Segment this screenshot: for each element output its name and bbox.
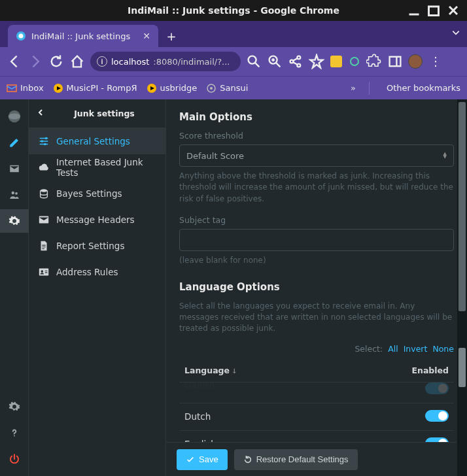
- settings-item-address-rules[interactable]: Address Rules: [29, 259, 165, 285]
- extension-1-icon[interactable]: [330, 55, 343, 68]
- chrome-menu-button[interactable]: ⋮: [428, 54, 443, 69]
- settings-title: Junk settings: [51, 109, 158, 118]
- url-bar[interactable]: i localhost:8080/indimail/?...: [90, 52, 241, 71]
- select-arrows-icon: ▲▼: [443, 152, 447, 159]
- settings-item-general[interactable]: General Settings: [29, 128, 165, 154]
- rail-contacts-button[interactable]: [0, 183, 29, 207]
- settings-item-report[interactable]: Report Settings: [29, 233, 165, 259]
- other-bookmarks-button[interactable]: Other bookmarks: [383, 83, 460, 93]
- language-name-cell: Dutch: [179, 403, 336, 430]
- rail-app-logo[interactable]: [0, 105, 29, 128]
- bookmark-icon: [53, 83, 63, 94]
- app-page: Junk settings General Settings Internet …: [0, 99, 467, 476]
- site-info-icon[interactable]: i: [97, 56, 107, 67]
- scrollbar-track[interactable]: [457, 99, 467, 476]
- language-toggle[interactable]: [425, 410, 449, 422]
- reload-button[interactable]: [48, 54, 64, 69]
- database-icon: [38, 188, 50, 199]
- rail-preferences-button[interactable]: [0, 395, 29, 418]
- search-engine-button[interactable]: [246, 54, 262, 69]
- bookmarks-overflow-button[interactable]: »: [351, 83, 356, 93]
- url-host: localhost: [111, 57, 149, 67]
- divider: [369, 82, 370, 95]
- subject-tag-input[interactable]: [179, 229, 454, 251]
- profile-avatar[interactable]: [408, 54, 423, 69]
- svg-rect-17: [7, 85, 16, 92]
- bookmark-inbox[interactable]: Inbox: [7, 83, 44, 94]
- settings-sidebar: Junk settings General Settings Internet …: [29, 99, 166, 476]
- browser-tab[interactable]: IndiMail :: Junk settings ✕: [8, 25, 158, 47]
- scrollbar-thumb[interactable]: [458, 102, 466, 311]
- new-tab-button[interactable]: +: [162, 27, 181, 45]
- select-invert-link[interactable]: Invert: [404, 344, 428, 354]
- tab-close-button[interactable]: ✕: [143, 31, 150, 41]
- window-title: IndiMail :: Junk settings - Google Chrom…: [0, 5, 467, 16]
- language-toggle[interactable]: [425, 382, 449, 394]
- rail-help-button[interactable]: [0, 421, 29, 445]
- subject-tag-help: (leave blank for none): [179, 255, 454, 266]
- window-minimize-button[interactable]: [408, 5, 420, 16]
- rail-settings-button[interactable]: [0, 209, 29, 233]
- svg-rect-34: [39, 269, 48, 276]
- bookmark-icon: [7, 83, 17, 94]
- bookmark-sansui[interactable]: Sansui: [206, 83, 248, 94]
- svg-point-10: [290, 60, 294, 63]
- sliders-icon: [38, 135, 50, 147]
- extensions-button[interactable]: [366, 54, 382, 69]
- envelope-icon: [38, 214, 50, 226]
- bookmark-icon: [147, 83, 157, 94]
- select-none-link[interactable]: None: [432, 344, 454, 354]
- svg-point-30: [41, 140, 44, 143]
- home-button[interactable]: [69, 54, 85, 69]
- app-rail: [0, 99, 29, 476]
- settings-item-bayes[interactable]: Bayes Settings: [29, 180, 165, 207]
- sort-indicator-icon: ↓: [232, 367, 237, 375]
- rail-logout-button[interactable]: [0, 447, 29, 471]
- bookmark-star-button[interactable]: [309, 54, 324, 69]
- select-all-link[interactable]: All: [388, 344, 398, 354]
- side-panel-button[interactable]: [387, 54, 403, 69]
- tabs-dropdown-button[interactable]: [451, 27, 460, 40]
- bookmark-musicpi[interactable]: MusicPI - RompЯ: [53, 83, 137, 94]
- svg-point-11: [297, 56, 300, 60]
- settings-back-button[interactable]: [37, 109, 44, 118]
- rail-compose-button[interactable]: [0, 131, 29, 154]
- settings-item-internet-tests[interactable]: Internet Based Junk Tests: [29, 154, 165, 180]
- svg-point-29: [45, 137, 48, 140]
- score-threshold-select[interactable]: Default Score ▲▼: [179, 144, 454, 167]
- language-select-controls: Select: All Invert None: [179, 344, 454, 354]
- zoom-button[interactable]: [267, 54, 283, 69]
- bookmarks-bar: Inbox MusicPI - RompЯ usbridge Sansui » …: [0, 76, 467, 99]
- svg-point-23: [210, 87, 213, 90]
- extension-2-icon[interactable]: [348, 55, 361, 68]
- scrollbar-thumb-secondary[interactable]: [458, 348, 466, 387]
- window-maximize-button[interactable]: [428, 5, 440, 16]
- settings-header: Junk settings: [29, 99, 165, 128]
- cloud-icon: [38, 162, 50, 173]
- svg-point-27: [11, 192, 14, 195]
- share-button[interactable]: [288, 54, 303, 69]
- window-titlebar: IndiMail :: Junk settings - Google Chrom…: [0, 0, 467, 21]
- tab-title: IndiMail :: Junk settings: [31, 31, 130, 41]
- column-enabled-header[interactable]: Enabled: [336, 359, 454, 382]
- forward-button[interactable]: [27, 54, 43, 69]
- svg-point-6: [249, 56, 256, 64]
- language-options-help: Select all the languages you expect to r…: [179, 301, 454, 335]
- svg-point-5: [19, 34, 24, 39]
- window-close-button[interactable]: [447, 5, 459, 16]
- svg-line-14: [293, 62, 297, 65]
- svg-point-31: [44, 143, 46, 146]
- bookmark-icon: [206, 83, 216, 94]
- document-icon: [38, 240, 50, 252]
- settings-item-headers[interactable]: Message Headers: [29, 207, 165, 233]
- language-enabled-cell: [336, 382, 454, 403]
- save-button[interactable]: Save: [177, 449, 228, 470]
- rail-mail-button[interactable]: [0, 157, 29, 180]
- svg-point-32: [41, 189, 48, 192]
- back-button[interactable]: [7, 54, 22, 69]
- restore-defaults-button[interactable]: Restore Default Settings: [234, 449, 358, 470]
- url-path: :8080/indimail/?...: [153, 57, 230, 67]
- section-main-options-title: Main Options: [179, 111, 454, 123]
- address-card-icon: [38, 266, 50, 278]
- bookmark-usbridge[interactable]: usbridge: [147, 83, 198, 94]
